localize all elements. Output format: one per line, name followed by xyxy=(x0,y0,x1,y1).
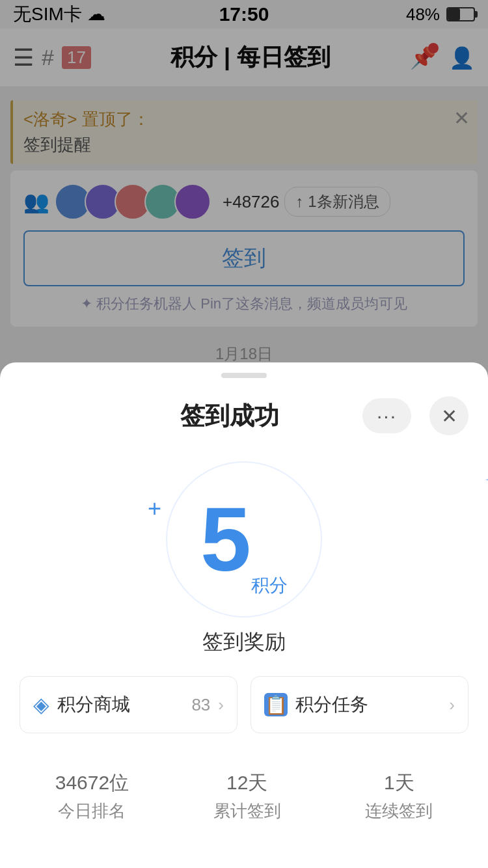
points-task-card[interactable]: 📋 积分任务 › xyxy=(251,676,468,733)
stat-rank-number: 34672位 xyxy=(55,759,129,797)
stat-streak-label: 连续签到 xyxy=(365,800,433,822)
sheet-handle xyxy=(221,373,267,378)
diamond-icon: ◈ xyxy=(33,692,49,717)
stat-rank-label: 今日排名 xyxy=(55,800,129,822)
score-unit: 积分 xyxy=(251,573,288,598)
score-number: 5 xyxy=(200,494,251,585)
stats-row: 34672位 今日排名 12天 累计签到 1天 连续签到 xyxy=(0,759,488,842)
score-circle: + 5 积分 xyxy=(166,461,322,617)
stat-streak-number: 1天 xyxy=(365,759,433,797)
stat-rank-unit: 位 xyxy=(109,772,129,793)
points-task-label: 积分任务 xyxy=(295,692,441,717)
score-area: ✦ ✦ + 5 积分 xyxy=(0,461,488,617)
task-icon: 📋 xyxy=(264,693,288,716)
action-cards: ◈ 积分商城 83 › 📋 积分任务 › xyxy=(0,676,488,733)
points-mall-card[interactable]: ◈ 积分商城 83 › xyxy=(20,676,237,733)
stat-streak-unit: 天 xyxy=(395,772,414,793)
points-mall-count: 83 xyxy=(191,695,210,715)
stat-total: 12天 累计签到 xyxy=(213,759,281,822)
sheet-close-button[interactable]: ✕ xyxy=(429,396,468,435)
stat-total-label: 累计签到 xyxy=(213,800,281,822)
sheet-title: 签到成功 xyxy=(98,400,362,433)
points-mall-chevron: › xyxy=(218,695,224,715)
plus-sign: + xyxy=(148,495,161,522)
sheet-more-button[interactable]: ··· xyxy=(362,398,411,433)
sparkle-icon-1: ✦ xyxy=(483,468,488,493)
stat-rank: 34672位 今日排名 xyxy=(55,759,129,822)
stat-streak: 1天 连续签到 xyxy=(365,759,433,822)
points-task-chevron: › xyxy=(449,695,455,715)
points-mall-label: 积分商城 xyxy=(57,692,183,717)
sheet-header: 签到成功 ··· ✕ xyxy=(0,378,488,442)
stat-total-unit: 天 xyxy=(248,772,267,793)
stat-total-number: 12天 xyxy=(213,759,281,797)
bottom-sheet: 签到成功 ··· ✕ ✦ ✦ + 5 积分 签到奖励 ◈ 积分商城 83 › 📋… xyxy=(0,362,488,868)
score-label: 签到奖励 xyxy=(0,628,488,657)
